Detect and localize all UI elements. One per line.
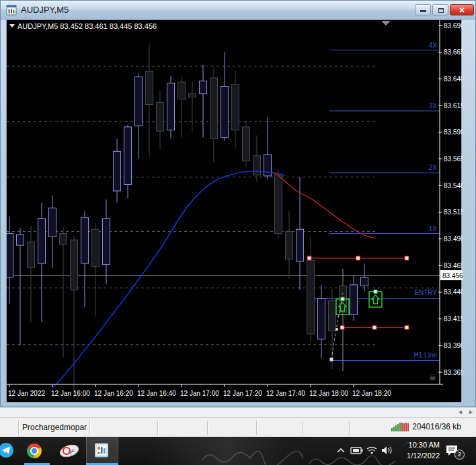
- time-tick-label: 12 Jan 17:40: [266, 390, 305, 397]
- taskbar: ✂ 10: [0, 437, 476, 465]
- time-tick-label: 12 Jan 16:00: [51, 390, 90, 397]
- trendline-anchor: [405, 325, 409, 329]
- minimize-icon: [420, 10, 426, 12]
- buy-box-handle: [341, 298, 344, 301]
- candle-body: [17, 235, 24, 245]
- level-label-3x: 3X: [429, 102, 438, 110]
- taskbar-clock[interactable]: 10:30 AM 1/12/2022: [395, 439, 440, 461]
- price-tick-label: 83.440: [444, 288, 463, 296]
- chart-window: AUDJPY,M5 × 4X3X2X1XENTRYH1 Line83.69083…: [0, 0, 476, 407]
- window-title: AUDJPY,M5: [21, 5, 69, 15]
- candle-body: [253, 156, 261, 175]
- taskbar-chrome-icon[interactable]: [27, 443, 42, 458]
- candle-body: [103, 218, 110, 264]
- candle-body: [167, 83, 175, 130]
- trendline-anchor: [405, 256, 409, 260]
- statusbar-separator: [256, 421, 257, 435]
- buy-box-handle: [374, 290, 377, 294]
- price-tick-label: 83.565: [444, 155, 463, 163]
- candle-body: [114, 151, 121, 191]
- current-price-text: 83.456: [442, 272, 463, 280]
- tray-chevron-icon: [338, 449, 344, 452]
- clock-time: 10:30 AM: [395, 439, 440, 450]
- candle-body: [146, 71, 153, 104]
- scroll-strip: ◄ ►: [0, 407, 476, 417]
- statusbar-separator: [302, 421, 303, 435]
- account-name: Prochargedmopar: [22, 423, 87, 432]
- traffic-counter: 204016/36 kb: [412, 422, 461, 431]
- trendline-anchor: [356, 256, 360, 260]
- candle-body: [200, 81, 207, 94]
- minimize-button[interactable]: [415, 4, 431, 15]
- candle-body: [71, 240, 78, 290]
- zigzag-anchor: [335, 328, 338, 331]
- ohlc-header: AUDJPY,M5 83.452 83.461 83.445 83.456: [17, 22, 157, 30]
- candle-body: [135, 77, 143, 126]
- chart-area[interactable]: 4X3X2X1XENTRYH1 Line83.69083.66583.64083…: [6, 19, 462, 403]
- candle-body: [92, 229, 100, 267]
- close-button[interactable]: ×: [450, 4, 474, 15]
- restore-icon: [438, 8, 444, 13]
- time-tick-label: 12 Jan 16:40: [137, 390, 176, 397]
- speaker-icon: [382, 447, 391, 455]
- candle-body: [318, 298, 325, 339]
- clock-date: 1/12/2022: [395, 450, 440, 461]
- statusbar-separator: [157, 421, 158, 435]
- price-tick-label: 83.615: [444, 102, 463, 110]
- price-tick-label: 83.465: [444, 262, 463, 269]
- wallpaper-streak: [128, 437, 350, 465]
- candle-body: [60, 234, 67, 245]
- taskbar-snipping-tool-icon[interactable]: ✂: [59, 443, 79, 458]
- ma-red-line: [273, 173, 374, 238]
- price-tick-label: 83.540: [444, 182, 463, 189]
- scroll-right-icon[interactable]: ►: [468, 409, 474, 415]
- zigzag-anchor: [330, 358, 333, 362]
- candle-body: [307, 260, 315, 334]
- skull-icon: ☠: [429, 373, 436, 382]
- desktop-screen: AUDJPY,M5 × 4X3X2X1XENTRYH1 Line83.69083…: [0, 0, 476, 465]
- candle-body: [189, 94, 196, 97]
- candle-body: [157, 102, 164, 131]
- price-tick-label: 83.665: [444, 48, 463, 56]
- candle-body: [49, 208, 56, 237]
- statusbar-separator: [89, 421, 90, 435]
- title-bar[interactable]: AUDJPY,M5 ×: [1, 1, 475, 19]
- candle-body: [232, 84, 239, 130]
- price-tick-label: 83.640: [444, 75, 463, 83]
- candle-body: [221, 86, 229, 137]
- price-tick-label: 83.415: [444, 315, 463, 323]
- candle-body: [243, 127, 250, 161]
- system-tray: [332, 443, 397, 459]
- candle-body: [296, 229, 304, 261]
- chart-window-icon: [6, 5, 17, 15]
- statusbar-separator: [207, 421, 208, 435]
- taskbar-telegram-icon[interactable]: [0, 443, 13, 458]
- level-label-2x: 2X: [429, 164, 438, 171]
- statusbar-separator: [18, 421, 19, 435]
- entry-label: ENTRY: [414, 289, 437, 296]
- time-tick-label: 12 Jan 17:20: [223, 390, 262, 397]
- level-label-4x: 4X: [429, 42, 438, 49]
- wifi-icon: [367, 448, 376, 454]
- chart-shift-icon: [381, 21, 391, 26]
- candle-body: [275, 175, 282, 233]
- candle-body: [81, 218, 89, 263]
- candle-body: [350, 285, 358, 314]
- time-tick-label: 12 Jan 16:20: [94, 390, 133, 397]
- time-tick-label: 12 Jan 18:00: [309, 390, 348, 397]
- notification-badge[interactable]: 2: [454, 450, 465, 460]
- candle-body: [28, 242, 35, 267]
- price-tick-label: 83.490: [444, 235, 463, 243]
- price-chart[interactable]: 4X3X2X1XENTRYH1 Line83.69083.66583.64083…: [7, 20, 463, 403]
- price-tick-label: 83.390: [444, 342, 463, 349]
- h1-line-label: H1 Line: [414, 351, 438, 359]
- taskbar-metatrader-icon[interactable]: [95, 443, 108, 458]
- price-tick-label: 83.365: [444, 369, 463, 376]
- price-tick-label: 83.690: [444, 22, 463, 30]
- candle-body: [361, 278, 368, 286]
- restore-button[interactable]: [432, 4, 448, 15]
- time-tick-label: 12 Jan 18:20: [352, 390, 391, 397]
- price-axis: 83.69083.66583.64083.61583.59083.56583.5…: [438, 22, 463, 376]
- scroll-left-icon[interactable]: ◄: [457, 409, 463, 415]
- candle-body: [286, 231, 293, 259]
